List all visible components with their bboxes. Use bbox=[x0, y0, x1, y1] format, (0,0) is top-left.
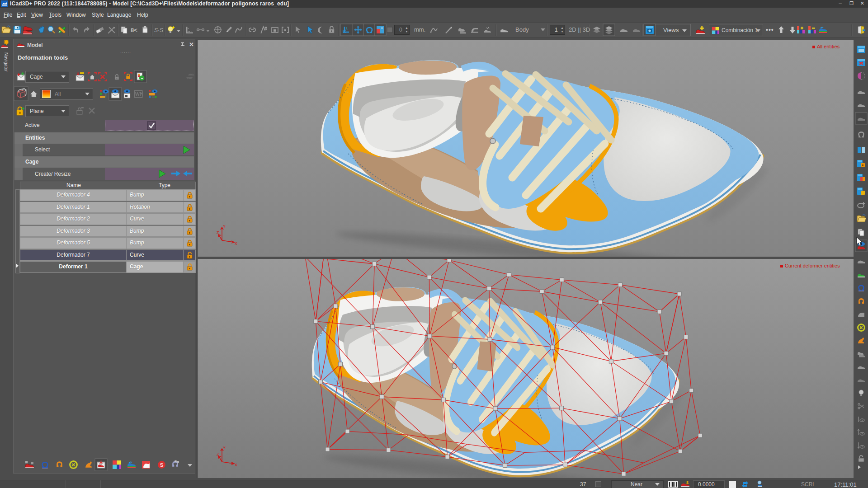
svg-text:Z: Z bbox=[217, 452, 219, 456]
svg-text:S: S bbox=[160, 462, 164, 468]
svg-text:S·S: S·S bbox=[154, 27, 163, 33]
svg-text:Y: Y bbox=[223, 446, 226, 450]
svg-text:Z: Z bbox=[217, 230, 219, 235]
svg-text:Y: Y bbox=[223, 224, 226, 229]
svg-text:X: X bbox=[235, 241, 237, 246]
svg-text:X: X bbox=[235, 463, 237, 467]
svg-text:8<: 8< bbox=[131, 27, 137, 33]
svg-text:$: $ bbox=[686, 481, 689, 485]
svg-text:L: L bbox=[346, 26, 348, 30]
